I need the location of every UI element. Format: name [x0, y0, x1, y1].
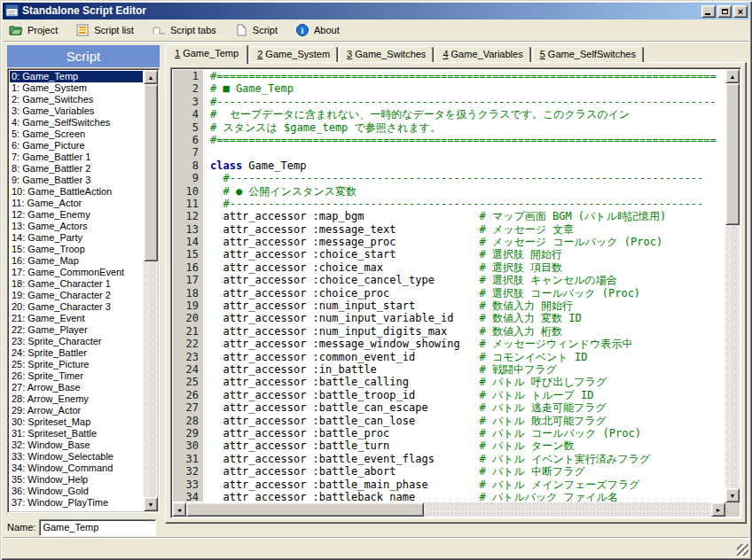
code-text: #---------------------------------------…	[203, 198, 703, 210]
scrollbar-thumb[interactable]	[725, 83, 740, 225]
script-list-item[interactable]: 11: Game_Actor	[10, 198, 143, 209]
script-list-item[interactable]: 30: Spriteset_Map	[10, 416, 143, 428]
code-lines: 1#======================================…	[173, 70, 725, 502]
editor-vertical-scrollbar[interactable]: ▲ ▼	[725, 69, 740, 502]
script-list-item[interactable]: 6: Game_Picture	[10, 140, 143, 152]
script-list-item[interactable]: 23: Sprite_Character	[10, 336, 143, 347]
script-list-item[interactable]: 1: Game_System	[10, 82, 143, 94]
scroll-left-arrow-icon[interactable]: ◄	[172, 502, 186, 517]
script-list-item[interactable]: 19: Game_Character 2	[10, 290, 143, 301]
project-folder-icon	[9, 23, 23, 37]
script-list-item[interactable]: 5: Game_Screen	[10, 128, 143, 140]
tab-game_temp[interactable]: 1 Game_Temp	[165, 44, 248, 64]
tab-game_selfswitches[interactable]: 5 Game_SelfSwitches	[532, 46, 644, 62]
scrollbar-thumb[interactable]	[186, 502, 424, 517]
scroll-down-arrow-icon[interactable]: ▼	[725, 488, 740, 502]
scroll-up-arrow-icon[interactable]: ▲	[725, 69, 740, 83]
script-list-item[interactable]: 8: Game_Battler 2	[10, 163, 143, 175]
app-window: Standalone Script Editor × ProjectScript…	[0, 0, 752, 560]
script-list-item[interactable]: 15: Game_Troop	[10, 244, 143, 255]
script-list-item[interactable]: 14: Game_Party	[10, 232, 143, 244]
line-number: 33	[173, 478, 203, 491]
script-list-item[interactable]: 13: Game_Actors	[10, 221, 143, 232]
editor-horizontal-scrollbar[interactable]: ◄ ►	[172, 502, 725, 517]
script-list-item[interactable]: 36: Window_Gold	[10, 486, 143, 497]
script-list-item[interactable]: 20: Game_Character 3	[10, 301, 143, 313]
script-list: 0: Game_Temp1: Game_System2: Game_Switch…	[10, 71, 143, 510]
script-list-item[interactable]: 32: Window_Base	[10, 439, 143, 451]
code-text: attr_accessor :battle_troop_id # バトル トルー…	[203, 389, 593, 401]
code-line: 7	[173, 146, 725, 159]
line-number: 23	[173, 351, 203, 363]
line-number: 15	[173, 248, 203, 261]
line-number: 29	[173, 427, 203, 439]
line-number: 18	[173, 287, 203, 299]
script-list-button[interactable]: Script list	[71, 21, 140, 39]
script-list-item[interactable]: 10: Game_BattleAction	[10, 186, 143, 198]
script-list-item[interactable]: 37: Window_PlayTime	[10, 497, 143, 509]
close-button[interactable]: ×	[733, 5, 748, 18]
script-list-item[interactable]: 26: Sprite_Timer	[10, 370, 143, 382]
script-list-item[interactable]: 7: Game_Battler 1	[10, 152, 143, 163]
line-number: 12	[173, 210, 203, 222]
script-list-item[interactable]: 17: Game_CommonEvent	[10, 267, 143, 278]
code-line: 30 attr_accessor :battle_turn # バトル ターン数	[173, 439, 725, 452]
code-area[interactable]: 1#======================================…	[173, 70, 725, 502]
scroll-down-arrow-icon[interactable]: ▼	[144, 497, 158, 511]
code-line: 17 attr_accessor :choice_cancel_type # 選…	[173, 274, 725, 286]
script-button[interactable]: Script	[230, 21, 284, 39]
script-list-item[interactable]: 18: Game_Character 1	[10, 278, 143, 290]
code-line: 33 attr_accessor :battle_main_phase # バト…	[173, 478, 725, 491]
line-number: 14	[173, 236, 203, 248]
code-text: # ■ Game_Temp	[203, 82, 294, 95]
line-number: 17	[173, 274, 203, 286]
code-line: 2# ■ Game_Temp	[173, 82, 725, 95]
project-button[interactable]: Project	[4, 21, 64, 39]
script-list-item[interactable]: 0: Game_Temp	[10, 71, 143, 82]
line-number: 32	[173, 465, 203, 478]
code-text: attr_accessor :in_battle # 戦闘中フラグ	[203, 363, 557, 376]
line-number: 21	[173, 325, 203, 338]
tab-game_variables[interactable]: 4 Game_Variables	[435, 46, 530, 62]
script-list-item[interactable]: 28: Arrow_Enemy	[10, 393, 143, 405]
about-button[interactable]: iAbout	[291, 21, 346, 39]
app-icon	[5, 4, 19, 18]
scroll-right-arrow-icon[interactable]: ►	[711, 502, 725, 517]
script-list-item[interactable]: 24: Sprite_Battler	[10, 347, 143, 359]
code-text	[203, 146, 210, 159]
code-line: 10 # ● 公開インスタンス変数	[173, 185, 725, 198]
resize-grip[interactable]	[737, 544, 748, 556]
line-number: 4	[173, 108, 203, 121]
line-number: 1	[173, 70, 203, 82]
tab-game_system[interactable]: 2 Game_System	[249, 46, 338, 62]
script-list-item[interactable]: 9: Game_Battler 3	[10, 175, 143, 186]
script-list-item[interactable]: 2: Game_Switches	[10, 94, 143, 105]
script-list-item[interactable]: 25: Sprite_Picture	[10, 359, 143, 370]
code-text: attr_accessor :map_bgm # マップ画面 BGM (バトル時…	[203, 210, 666, 222]
line-number: 25	[173, 376, 203, 388]
code-text: attr_accessor :num_input_variable_id # 数…	[203, 312, 582, 324]
maximize-button[interactable]	[717, 5, 732, 18]
minimize-button[interactable]	[701, 5, 716, 18]
script-list-item[interactable]: 3: Game_Variables	[10, 105, 143, 117]
script-list-item[interactable]: 21: Game_Event	[10, 313, 143, 324]
script-list-item[interactable]: 16: Game_Map	[10, 255, 143, 267]
scrollbar-thumb[interactable]	[144, 84, 158, 261]
script-list-item[interactable]: 31: Spriteset_Battle	[10, 428, 143, 439]
line-number: 3	[173, 96, 203, 108]
script-list-item[interactable]: 22: Game_Player	[10, 324, 143, 336]
script-list-item[interactable]: 35: Window_Help	[10, 474, 143, 486]
script-list-scrollbar[interactable]: ▲ ▼	[144, 70, 158, 511]
script-list-item[interactable]: 27: Arrow_Base	[10, 382, 143, 393]
script-list-item[interactable]: 33: Window_Selectable	[10, 451, 143, 463]
script-list-item[interactable]: 4: Game_SelfSwitches	[10, 117, 143, 128]
line-number: 24	[173, 363, 203, 376]
name-input[interactable]	[39, 519, 156, 536]
script-tabs-button[interactable]: Script tabs	[147, 21, 223, 39]
tab-game_switches[interactable]: 3 Game_Switches	[339, 46, 434, 62]
script-list-item[interactable]: 29: Arrow_Actor	[10, 405, 143, 416]
script-list-item[interactable]: 12: Game_Enemy	[10, 209, 143, 221]
scroll-up-arrow-icon[interactable]: ▲	[144, 70, 158, 84]
code-text: #---------------------------------------…	[203, 96, 717, 108]
script-list-item[interactable]: 34: Window_Command	[10, 463, 143, 474]
